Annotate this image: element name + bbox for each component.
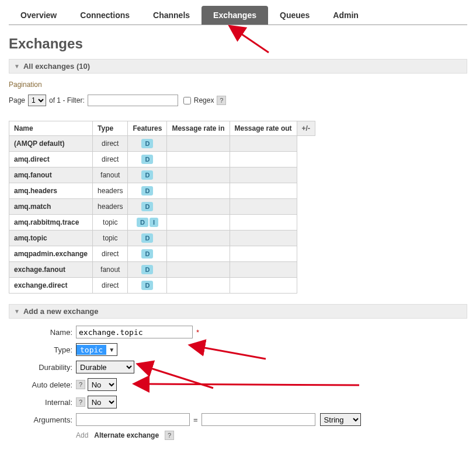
tab-overview[interactable]: Overview: [9, 6, 68, 25]
exchange-features-cell: D: [128, 246, 167, 262]
rate-in-cell: [167, 199, 230, 215]
autodelete-label: Auto delete:: [9, 380, 76, 389]
table-row: amq.rabbitmq.tracetopicDI: [9, 215, 315, 231]
rate-in-cell: [167, 246, 230, 262]
type-label: Type:: [9, 345, 76, 354]
page-word: Page: [9, 96, 25, 104]
rate-out-cell: [230, 167, 297, 183]
autodelete-select[interactable]: No: [88, 378, 117, 391]
exchange-type-cell: headers: [93, 199, 128, 215]
exchange-features-cell: D: [128, 278, 167, 294]
exchange-name-cell[interactable]: exchage.fanout: [9, 262, 93, 278]
col-rate-out[interactable]: Message rate out: [230, 121, 297, 136]
name-input[interactable]: [76, 326, 193, 338]
internal-help-icon[interactable]: ?: [76, 397, 85, 407]
arguments-label: Arguments:: [9, 415, 76, 424]
rate-out-cell: [230, 262, 297, 278]
exchange-type-cell: fanout: [93, 167, 128, 183]
feature-badge: D: [141, 170, 153, 180]
exchange-type-cell: headers: [93, 183, 128, 199]
argument-type-select[interactable]: String: [320, 413, 361, 426]
tab-exchanges[interactable]: Exchanges: [201, 6, 268, 25]
feature-badge: D: [141, 155, 153, 164]
exchanges-table: Name Type Features Message rate in Messa…: [9, 121, 315, 294]
durability-select[interactable]: Durable: [76, 361, 134, 373]
exchange-type-cell: direct: [93, 246, 128, 262]
tab-bar: Overview Connections Channels Exchanges …: [9, 6, 467, 25]
section-all-exchanges[interactable]: ▼ All exchanges (10): [9, 59, 467, 74]
pagination-row: Page 1 of 1 - Filter: Regex ?: [9, 95, 467, 106]
regex-help-icon[interactable]: ?: [217, 96, 226, 105]
tab-queues[interactable]: Queues: [268, 6, 321, 25]
feature-badge: D: [141, 249, 153, 259]
exchange-name-cell[interactable]: amq.match: [9, 199, 93, 215]
name-label: Name:: [9, 328, 76, 337]
argument-key-input[interactable]: [76, 413, 190, 426]
table-row: (AMQP default)directD: [9, 136, 315, 152]
col-name[interactable]: Name: [9, 121, 93, 136]
rate-in-cell: [167, 136, 230, 152]
tab-admin[interactable]: Admin: [321, 6, 370, 25]
exchange-name-cell[interactable]: amq.direct: [9, 152, 93, 167]
exchange-type-cell: direct: [93, 278, 128, 294]
type-select[interactable]: topic ▼: [76, 343, 117, 356]
rate-out-cell: [230, 199, 297, 215]
exchange-name-cell[interactable]: (AMQP default): [9, 136, 93, 152]
feature-badge: D: [141, 139, 153, 148]
exchange-name-cell[interactable]: amq.topic: [9, 231, 93, 246]
exchange-name-cell[interactable]: amq.fanout: [9, 167, 93, 183]
exchange-type-cell: topic: [93, 215, 128, 231]
exchange-name-cell[interactable]: exchange.direct: [9, 278, 93, 294]
rate-in-cell: [167, 278, 230, 294]
exchange-name-cell[interactable]: amqpadmin.exchange: [9, 246, 93, 262]
exchange-name-cell[interactable]: amq.headers: [9, 183, 93, 199]
feature-badge: D: [141, 281, 153, 290]
feature-badge: D: [141, 265, 153, 274]
chevron-down-icon: ▼: [14, 63, 20, 69]
col-type[interactable]: Type: [93, 121, 128, 136]
pagination-label: Pagination: [9, 81, 467, 89]
page-of-text: of 1 - Filter:: [49, 96, 85, 104]
rate-in-cell: [167, 231, 230, 246]
table-row: amq.matchheadersD: [9, 199, 315, 215]
feature-badge: D: [141, 186, 153, 195]
argument-value-input[interactable]: [201, 413, 315, 426]
filter-input[interactable]: [88, 95, 178, 106]
feature-badge: D: [141, 233, 153, 243]
alternate-exchange-help-icon[interactable]: ?: [165, 431, 174, 440]
rate-out-cell: [230, 183, 297, 199]
section-add-exchange[interactable]: ▼ Add a new exchange: [9, 304, 467, 319]
table-row: amq.directdirectD: [9, 152, 315, 167]
exchange-type-cell: direct: [93, 136, 128, 152]
exchange-name-cell[interactable]: amq.rabbitmq.trace: [9, 215, 93, 231]
table-row: exchange.directdirectD: [9, 278, 315, 294]
argument-equals: =: [193, 415, 198, 424]
col-plusminus[interactable]: +/-: [297, 121, 315, 136]
feature-badge: D: [141, 202, 153, 211]
alternate-exchange-link[interactable]: Alternate exchange: [94, 431, 159, 439]
table-row: amq.headersheadersD: [9, 183, 315, 199]
add-link[interactable]: Add: [76, 431, 88, 439]
tab-channels[interactable]: Channels: [141, 6, 201, 25]
feature-badge: I: [150, 218, 158, 227]
exchange-type-cell: direct: [93, 152, 128, 167]
internal-select[interactable]: No: [88, 396, 117, 408]
col-features[interactable]: Features: [128, 121, 167, 136]
type-select-value: topic: [77, 345, 106, 355]
rate-in-cell: [167, 183, 230, 199]
exchange-features-cell: D: [128, 199, 167, 215]
table-row: exchage.fanoutfanoutD: [9, 262, 315, 278]
rate-in-cell: [167, 152, 230, 167]
col-rate-in[interactable]: Message rate in: [167, 121, 230, 136]
add-exchange-form: Name: * Type: topic ▼ Durability: Durabl…: [9, 319, 467, 440]
exchange-features-cell: D: [128, 231, 167, 246]
section-all-label: All exchanges (10): [23, 62, 90, 71]
exchange-features-cell: D: [128, 136, 167, 152]
regex-checkbox[interactable]: [183, 97, 191, 104]
feature-badge: D: [137, 218, 148, 227]
tab-connections[interactable]: Connections: [68, 6, 141, 25]
rate-out-cell: [230, 215, 297, 231]
autodelete-help-icon[interactable]: ?: [76, 380, 85, 389]
exchange-type-cell: topic: [93, 231, 128, 246]
page-select[interactable]: 1: [28, 95, 46, 106]
